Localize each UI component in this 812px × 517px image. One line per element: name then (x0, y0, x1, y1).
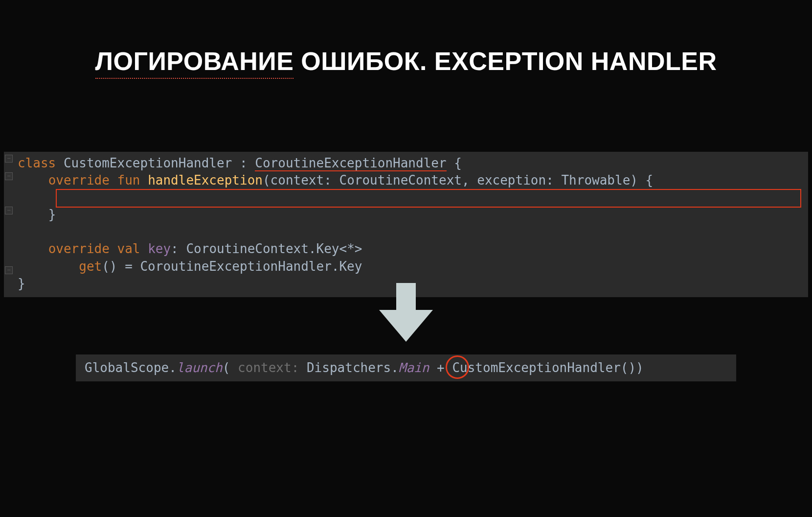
arrow-down-icon (379, 283, 433, 342)
code-line: get() = CoroutineExceptionHandler.Key (4, 258, 808, 275)
code-line: override fun handleException(context: Co… (4, 172, 808, 189)
code-line: } (4, 206, 808, 223)
code-line: class CustomExceptionHandler : Coroutine… (4, 155, 808, 172)
title-rest: ОШИБОК. EXCEPTION HANDLER (301, 47, 717, 75)
code-line (4, 223, 808, 240)
code-line: override val key: CoroutineContext.Key<*… (4, 240, 808, 258)
code-line: GlobalScope.launch( context: Dispatchers… (83, 359, 729, 376)
fold-marker-icon: − (5, 266, 13, 274)
title-underlined-word: ЛОГИРОВАНИЕ (95, 47, 294, 76)
code-block-class: − − − − class CustomExceptionHandler : C… (4, 152, 808, 297)
editor-gutter: − − − − (4, 154, 13, 295)
fold-marker-icon: − (5, 172, 13, 180)
code-block-usage: GlobalScope.launch( context: Dispatchers… (76, 354, 736, 381)
slide-title: ЛОГИРОВАНИЕ ОШИБОК. EXCEPTION HANDLER (0, 47, 812, 76)
fold-marker-icon: − (5, 155, 13, 163)
slide: ЛОГИРОВАНИЕ ОШИБОК. EXCEPTION HANDLER − … (0, 0, 812, 517)
code-line (4, 189, 808, 206)
fold-marker-icon: − (5, 207, 13, 214)
